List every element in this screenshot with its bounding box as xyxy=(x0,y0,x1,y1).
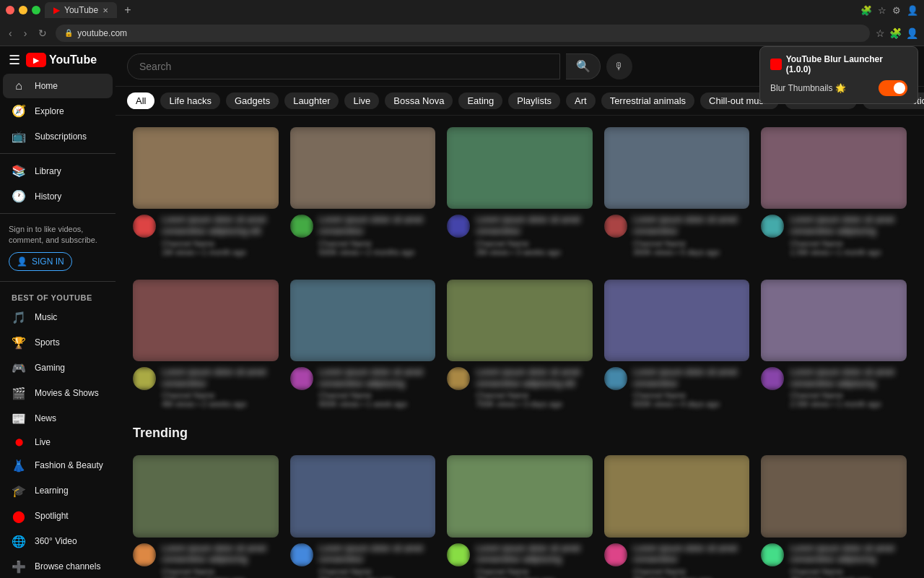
live-icon: ⬤ xyxy=(12,438,26,446)
video-card[interactable]: Lorem ipsum dolor sit amet consectetur C… xyxy=(598,449,756,578)
search-button[interactable]: 🔍 xyxy=(566,53,601,79)
sidebar-item-learning[interactable]: 🎓 Learning xyxy=(3,478,113,504)
blur-thumbnails-toggle[interactable] xyxy=(879,80,907,96)
channel-avatar xyxy=(604,543,627,566)
minimize-button[interactable] xyxy=(19,6,27,14)
chip-playlists[interactable]: Playlists xyxy=(508,92,560,109)
video-info: Lorem ipsum dolor sit amet consectetur C… xyxy=(319,543,436,578)
bookmark-icon[interactable]: ☆ xyxy=(876,27,885,39)
refresh-button[interactable]: ↻ xyxy=(35,26,50,40)
sidebar-item-explore[interactable]: 🧭 Explore xyxy=(3,98,113,124)
yt-logo[interactable]: YouTube xyxy=(26,53,97,67)
sidebar-item-gaming[interactable]: 🎮 Gaming xyxy=(3,355,113,381)
chip-live[interactable]: Live xyxy=(344,92,379,109)
chip-all[interactable]: All xyxy=(127,92,154,109)
video-title: Lorem ipsum dolor sit amet consectetur a… xyxy=(162,543,279,566)
video-card[interactable]: Lorem ipsum dolor sit amet consectetur a… xyxy=(755,274,912,415)
chip-terrestrial[interactable]: Terrestrial animals xyxy=(601,92,694,109)
chip-eating[interactable]: Eating xyxy=(458,92,502,109)
chip-gadgets[interactable]: Gadgets xyxy=(226,92,279,109)
chip-art[interactable]: Art xyxy=(566,92,596,109)
sidebar-logo-row: ☰ YouTube xyxy=(0,46,116,74)
sidebar-item-history[interactable]: 🕐 History xyxy=(3,184,113,209)
video-channel: Channel Name xyxy=(319,239,436,248)
video-channel: Channel Name xyxy=(319,391,436,400)
video-info: Lorem ipsum dolor sit amet consectetur C… xyxy=(162,367,279,408)
star-icon[interactable]: ☆ xyxy=(878,5,886,16)
browser-tab[interactable]: ▶ YouTube ✕ xyxy=(45,2,117,18)
video-meta: Lorem ipsum dolor sit amet consectetur a… xyxy=(133,543,279,578)
maximize-button[interactable] xyxy=(32,6,40,14)
video-sections: Lorem ipsum dolor sit amet consectetur a… xyxy=(116,116,924,578)
sidebar-item-browse-channels[interactable]: ➕ Browse channels xyxy=(3,554,113,578)
learning-icon: 🎓 xyxy=(12,484,26,498)
video-card[interactable]: Lorem ipsum dolor sit amet consectetur C… xyxy=(598,121,756,262)
sign-in-button[interactable]: 👤 SIGN IN xyxy=(9,252,72,271)
video-meta: Lorem ipsum dolor sit amet consectetur a… xyxy=(447,367,593,408)
avatar-image xyxy=(761,215,784,238)
ext-favicon xyxy=(770,59,782,70)
thumbnail-image xyxy=(447,127,593,209)
sidebar-item-sports[interactable]: 🏆 Sports xyxy=(3,330,113,355)
sidebar-item-movies[interactable]: 🎬 Movies & Shows xyxy=(3,381,113,406)
video-info: Lorem ipsum dolor sit amet consectetur a… xyxy=(162,543,279,578)
video-card[interactable]: Lorem ipsum dolor sit amet consectetur C… xyxy=(598,274,756,415)
video-card[interactable]: Lorem ipsum dolor sit amet consectetur a… xyxy=(755,449,912,578)
extensions-icon[interactable]: 🧩 xyxy=(860,5,872,16)
sidebar-item-subscriptions[interactable]: 📺 Subscriptions xyxy=(3,124,113,149)
video-card[interactable]: Lorem ipsum dolor sit amet consectetur a… xyxy=(755,121,912,262)
tab-close-icon[interactable]: ✕ xyxy=(103,7,108,14)
sidebar-item-spotlight[interactable]: ⬤ Spotlight xyxy=(3,504,113,529)
video-card[interactable]: Lorem ipsum dolor sit amet consectetur a… xyxy=(441,449,598,578)
back-button[interactable]: ‹ xyxy=(6,26,15,40)
video-card[interactable]: Lorem ipsum dolor sit amet consectetur C… xyxy=(441,121,598,262)
close-button[interactable] xyxy=(6,6,14,14)
video-card[interactable]: Lorem ipsum dolor sit amet consectetur a… xyxy=(127,449,284,578)
menu-icon[interactable]: ☰ xyxy=(9,52,20,68)
profile-icon[interactable]: 👤 xyxy=(907,5,918,16)
thumbnail-image xyxy=(290,127,436,209)
video-thumbnail xyxy=(761,280,907,361)
video-card[interactable]: Lorem ipsum dolor sit amet consectetur a… xyxy=(284,274,442,415)
channel-avatar xyxy=(133,367,156,390)
chip-lifehacks[interactable]: Life hacks xyxy=(160,92,220,109)
video-channel: Channel Name xyxy=(476,567,593,576)
sidebar-item-news[interactable]: 📰 News xyxy=(3,406,113,431)
new-tab-button[interactable]: + xyxy=(124,4,131,17)
extension-icon[interactable]: 🧩 xyxy=(889,27,902,39)
forward-button[interactable]: › xyxy=(21,26,30,40)
url-text: youtube.com xyxy=(77,28,127,38)
sidebar-item-label: Live xyxy=(35,437,51,447)
video-thumbnail xyxy=(133,455,279,537)
settings-icon[interactable]: ⚙ xyxy=(892,5,901,16)
video-card[interactable]: Lorem ipsum dolor sit amet consectetur a… xyxy=(441,274,598,415)
main-content: 🔍 🎙 SIGN IN All Life hacks Gadgets Laugh… xyxy=(116,46,924,578)
sidebar-item-library[interactable]: 📚 Library xyxy=(3,158,113,184)
video-card[interactable]: Lorem ipsum dolor sit amet consectetur C… xyxy=(127,274,284,415)
sidebar-item-live[interactable]: ⬤ Live xyxy=(3,431,113,453)
search-input[interactable] xyxy=(128,61,559,72)
best-of-youtube-title: BEST OF YOUTUBE xyxy=(0,286,116,305)
channel-avatar xyxy=(447,215,470,238)
video-card[interactable]: Lorem ipsum dolor sit amet consectetur C… xyxy=(284,449,442,578)
sidebar-item-music[interactable]: 🎵 Music xyxy=(3,305,113,330)
video-stats: 1.5M views • 1 month ago xyxy=(790,248,907,256)
sidebar-item-home[interactable]: ⌂ Home xyxy=(3,74,113,98)
sidebar-divider2 xyxy=(0,213,116,214)
channel-avatar xyxy=(761,367,784,390)
chip-laughter[interactable]: Laughter xyxy=(284,92,339,109)
url-bar[interactable]: 🔒 youtube.com xyxy=(56,25,870,42)
profile-icon2[interactable]: 👤 xyxy=(906,27,918,39)
sidebar-item-360video[interactable]: 🌐 360° Video xyxy=(3,529,113,554)
mic-button[interactable]: 🎙 xyxy=(606,53,632,79)
video-card[interactable]: Lorem ipsum dolor sit amet consectetur a… xyxy=(127,121,284,262)
video-card[interactable]: Lorem ipsum dolor sit amet consectetur C… xyxy=(284,121,442,262)
chip-bossa-nova[interactable]: Bossa Nova xyxy=(385,92,453,109)
sidebar-item-fashion[interactable]: 👗 Fashion & Beauty xyxy=(3,453,113,478)
video-title: Lorem ipsum dolor sit amet consectetur a… xyxy=(476,367,593,389)
video-channel: Channel Name xyxy=(319,567,436,576)
video-info: Lorem ipsum dolor sit amet consectetur a… xyxy=(476,367,593,408)
tab-title: YouTube xyxy=(64,5,98,15)
sign-in-prompt-text: Sign in to like videos, comment, and sub… xyxy=(9,225,97,244)
channel-avatar xyxy=(133,215,156,238)
